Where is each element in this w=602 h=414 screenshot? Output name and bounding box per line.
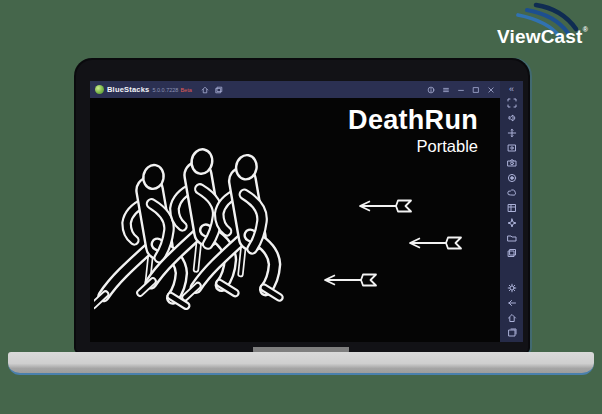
fullscreen-icon[interactable] (507, 98, 517, 108)
collapse-sidebar-icon[interactable]: « (509, 83, 514, 96)
menu-icon[interactable] (441, 85, 450, 94)
shake-icon[interactable] (507, 218, 517, 228)
record-icon[interactable] (507, 173, 517, 183)
beta-badge: Beta (180, 87, 191, 93)
bluestacks-window: BlueStacks 5.0.0.7228 Beta DeathRun Port… (90, 81, 523, 342)
macro-icon[interactable] (507, 203, 517, 213)
move-icon[interactable] (507, 128, 517, 138)
settings-icon[interactable] (507, 283, 517, 293)
arrow-illustration (323, 272, 379, 288)
info-icon[interactable] (426, 85, 435, 94)
laptop-base (8, 352, 594, 375)
bluestacks-sidebar: « (500, 81, 523, 342)
bluestacks-logo-icon (95, 85, 104, 94)
home-icon[interactable] (507, 313, 517, 323)
game-title-block: DeathRun Portable (348, 106, 478, 156)
volume-icon[interactable] (507, 113, 517, 123)
multi-instance-icon[interactable] (215, 85, 224, 94)
bluestacks-titlebar[interactable]: BlueStacks 5.0.0.7228 Beta (90, 81, 500, 98)
arrow-illustration (358, 198, 414, 214)
viewcast-logo: ViewCast® (492, 2, 592, 54)
home-icon[interactable] (201, 85, 210, 94)
maximize-icon[interactable] (471, 85, 480, 94)
game-screen[interactable]: DeathRun Portable (90, 98, 500, 342)
game-title: DeathRun (348, 106, 478, 134)
camera-icon[interactable] (507, 158, 517, 168)
viewcast-brand-text: ViewCast® (497, 26, 588, 48)
back-icon[interactable] (507, 298, 517, 308)
folder-icon[interactable] (507, 233, 517, 243)
game-subtitle: Portable (348, 137, 478, 156)
app-version: 5.0.0.7228 (152, 87, 178, 93)
laptop-screen-bezel: BlueStacks 5.0.0.7228 Beta DeathRun Port… (76, 60, 528, 352)
close-icon[interactable] (486, 85, 495, 94)
minimize-icon[interactable] (456, 85, 465, 94)
arrow-illustration (408, 235, 464, 251)
recent-apps-icon[interactable] (507, 328, 517, 338)
multi-window-icon[interactable] (507, 248, 517, 258)
registered-mark: ® (583, 26, 588, 33)
stage: ViewCast® BlueStacks 5.0.0.7228 Beta Dea… (0, 0, 602, 414)
cloud-icon[interactable] (507, 188, 517, 198)
app-title: BlueStacks (107, 85, 149, 94)
running-figures-illustration (94, 144, 300, 336)
screenshot-icon[interactable] (507, 143, 517, 153)
